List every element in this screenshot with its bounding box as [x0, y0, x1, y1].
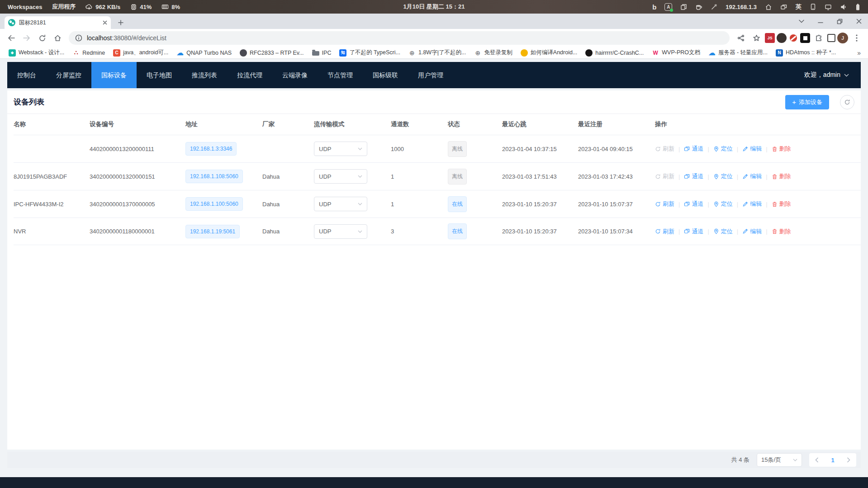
screenshot-tool-tray[interactable]: A [660, 3, 676, 11]
refresh-list-button[interactable] [840, 95, 854, 109]
nav-item-pull-proxy[interactable]: 拉流代理 [227, 62, 272, 88]
edit-action[interactable]: 编辑 [742, 227, 762, 236]
extension-adblock[interactable] [788, 33, 798, 43]
bookmark-qnap[interactable]: ☁ QNAP Turbo NAS [172, 48, 236, 58]
phone-link-tray[interactable] [806, 3, 821, 10]
nav-item-push-list[interactable]: 推流列表 [182, 62, 227, 88]
stream-mode-select[interactable]: UDP [314, 197, 367, 211]
channels-action[interactable]: 通道 [684, 200, 703, 208]
workspaces-button[interactable]: Workspaces [3, 4, 47, 10]
input-method-indicator[interactable]: 英 [792, 3, 806, 11]
bookmark-webstack[interactable]: ◆ Webstack - 设计... [5, 48, 68, 58]
bookmark-server[interactable]: ☁ 服务器 - 轻量应用... [704, 48, 772, 58]
user-menu[interactable]: 欢迎，admin [804, 71, 861, 79]
ip-address-indicator[interactable]: 192.168.1.3 [721, 4, 761, 10]
edit-action[interactable]: 编辑 [742, 172, 762, 180]
home-button[interactable] [51, 31, 64, 45]
address-bar[interactable]: localhost:38080/#/deviceList [69, 31, 730, 45]
delete-action[interactable]: 删除 [772, 227, 791, 236]
refresh-action[interactable]: 刷新 [655, 200, 674, 208]
bookmark-star-button[interactable] [749, 31, 763, 45]
coffee-tray[interactable] [691, 4, 707, 10]
bookmark-rfc2833[interactable]: RFC2833 – RTP Ev... [236, 48, 308, 58]
bookmark-android-build[interactable]: 如何编译Android... [517, 48, 582, 58]
refresh-action[interactable]: 刷新 [655, 227, 674, 236]
share-button[interactable] [734, 31, 748, 45]
extension-square[interactable] [800, 33, 810, 43]
channels-action[interactable]: 通道 [684, 145, 703, 153]
back-button[interactable] [5, 31, 18, 45]
volume-tray[interactable] [836, 4, 851, 10]
restore-button[interactable] [837, 19, 843, 24]
color-picker-tray[interactable] [707, 4, 721, 10]
refresh-action[interactable]: 刷新 [655, 145, 674, 153]
bookmarks-overflow-chevron[interactable]: » [854, 49, 863, 57]
bookmark-hdatmos[interactable]: N HDAtmos :: 种子 *... [772, 48, 840, 58]
bookmark-18w[interactable]: ⊕ 1.8W字|了不起的... [404, 48, 470, 58]
stream-mode-select[interactable]: UDP [314, 169, 367, 184]
delete-action[interactable]: 删除 [772, 200, 791, 208]
divider [707, 173, 709, 180]
forward-button[interactable] [20, 31, 33, 45]
bookmark-folder-ipc[interactable]: IPC [308, 48, 336, 58]
nav-item-cloud-record[interactable]: 云端录像 [272, 62, 318, 88]
applications-menu[interactable]: 应用程序 [47, 3, 81, 11]
next-page-button[interactable] [841, 453, 856, 467]
bookmark-github-crash[interactable]: hairrrrr/C-CrashC... [581, 48, 648, 58]
bookmark-copy-free[interactable]: ⊕ 免登录复制 [470, 48, 517, 58]
close-window-button[interactable] [856, 19, 862, 24]
profile-avatar[interactable]: J [837, 33, 848, 43]
bookmark-wvp-docs[interactable]: W WVP-PRO文档 [648, 48, 704, 58]
tab-close-icon[interactable] [103, 20, 107, 25]
delete-action[interactable]: 删除 [772, 145, 791, 153]
prev-page-button[interactable] [809, 453, 825, 467]
extensions-menu-button[interactable] [812, 31, 825, 45]
locate-action[interactable]: 定位 [713, 200, 733, 208]
bookmark-typescript[interactable]: 知 了不起的 TypeScri... [335, 48, 404, 58]
channels-action[interactable]: 通道 [684, 227, 703, 236]
page-number[interactable]: 1 [825, 457, 841, 464]
battery-tray[interactable] [851, 3, 864, 11]
nav-item-split-monitor[interactable]: 分屏监控 [46, 62, 91, 88]
new-tab-button[interactable] [114, 16, 127, 29]
cpu-usage-indicator[interactable]: 41% [125, 4, 157, 10]
extension-dark-icon[interactable] [777, 33, 787, 43]
nav-item-node-manage[interactable]: 节点管理 [318, 62, 363, 88]
extension-page[interactable] [827, 34, 835, 42]
tab-search-button[interactable] [799, 19, 804, 23]
minimize-button[interactable] [818, 19, 823, 24]
refresh-action[interactable]: 刷新 [655, 172, 674, 180]
clipboard-tray[interactable] [676, 4, 691, 10]
network-speed-indicator[interactable]: 962 KB/s [81, 4, 125, 10]
home-tray[interactable] [761, 4, 776, 10]
browser-menu-button[interactable] [850, 31, 863, 45]
channels-action[interactable]: 通道 [684, 172, 703, 180]
delete-action[interactable]: 删除 [772, 172, 791, 180]
add-device-button[interactable]: + 添加设备 [785, 95, 829, 109]
nav-item-gb-devices[interactable]: 国标设备 [91, 62, 137, 88]
locate-action[interactable]: 定位 [713, 145, 733, 153]
reload-button[interactable] [35, 31, 49, 45]
site-info-icon[interactable] [75, 34, 82, 42]
edit-action[interactable]: 编辑 [742, 145, 762, 153]
locate-action[interactable]: 定位 [713, 172, 733, 180]
nav-item-console[interactable]: 控制台 [7, 62, 46, 88]
status-badge: 离线 [448, 141, 467, 157]
page-size-select[interactable]: 15条/页 [757, 453, 802, 467]
stream-mode-select[interactable]: UDP [314, 224, 367, 239]
bing-tray-icon[interactable]: b [648, 3, 660, 11]
display-settings-tray[interactable] [821, 4, 836, 10]
nav-item-gb-cascade[interactable]: 国标级联 [363, 62, 408, 88]
nav-item-user-manage[interactable]: 用户管理 [408, 62, 453, 88]
extension-jsonviewer[interactable]: JS [765, 33, 775, 43]
locate-action[interactable]: 定位 [713, 227, 733, 236]
window-switcher-tray[interactable] [776, 4, 792, 10]
edit-action[interactable]: 编辑 [742, 200, 762, 208]
bookmark-redmine[interactable]: ∴ Redmine [68, 48, 109, 58]
nav-item-emap[interactable]: 电子地图 [137, 62, 182, 88]
bookmark-java-android[interactable]: C java、android可... [109, 48, 172, 58]
browser-tab[interactable]: 国标28181 [5, 16, 111, 29]
col-header-name: 名称 [14, 120, 90, 128]
memory-usage-indicator[interactable]: 8% [157, 4, 185, 10]
stream-mode-select[interactable]: UDP [314, 142, 367, 156]
